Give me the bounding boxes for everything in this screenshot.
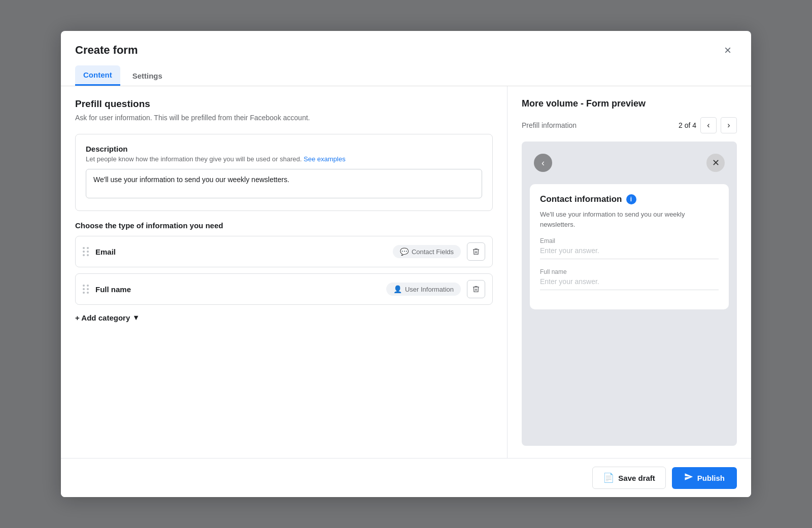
right-panel: More volume - Form preview Prefill infor…	[507, 86, 751, 458]
modal-header: Create form ×	[61, 31, 751, 59]
contact-fields-badge: 💬 Contact Fields	[393, 245, 461, 258]
publish-button[interactable]: Publish	[672, 467, 737, 489]
preview-back-button[interactable]: ‹	[534, 154, 552, 172]
desc-text: Let people know how the information they…	[86, 155, 302, 163]
description-card: Description Let people know how the info…	[75, 134, 493, 211]
section-subtitle: Ask for user information. This will be p…	[75, 114, 493, 122]
tab-content[interactable]: Content	[75, 65, 120, 86]
add-category-button[interactable]: + Add category ▾	[75, 311, 138, 324]
choose-label: Choose the type of information you need	[75, 221, 493, 230]
preview-frame: ‹ ✕ Contact information i We'll use your…	[522, 142, 737, 446]
drag-handle-fullname[interactable]	[83, 285, 89, 294]
preview-nav-row: Prefill information 2 of 4 ‹ ›	[522, 117, 737, 133]
save-draft-button[interactable]: 📄 Save draft	[592, 467, 666, 489]
preview-fullname-input[interactable]: Enter your answer.	[540, 277, 719, 290]
field-name-email: Email	[95, 248, 387, 256]
see-examples-link[interactable]: See examples	[303, 155, 345, 163]
modal-footer: 📄 Save draft Publish	[61, 458, 751, 497]
modal-title: Create form	[75, 44, 138, 57]
contact-fields-icon: 💬	[400, 248, 409, 256]
publish-icon	[684, 472, 693, 484]
step-count-text: 2 of 4	[679, 121, 696, 129]
description-label: Description	[86, 145, 482, 153]
field-name-fullname: Full name	[95, 285, 380, 294]
step-label: Prefill information	[522, 121, 577, 129]
contact-fields-label: Contact Fields	[412, 248, 454, 256]
modal-body: Prefill questions Ask for user informati…	[61, 86, 751, 458]
left-panel: Prefill questions Ask for user informati…	[61, 86, 507, 458]
save-draft-icon: 📄	[603, 472, 614, 483]
close-button[interactable]: ×	[719, 41, 737, 59]
tab-settings[interactable]: Settings	[124, 66, 171, 85]
prev-step-button[interactable]: ‹	[700, 117, 717, 133]
field-row-fullname: Full name 👤 User Information	[75, 273, 493, 305]
info-icon: i	[626, 194, 636, 204]
save-draft-label: Save draft	[618, 474, 655, 482]
modal-overlay: Create form × Content Settings Prefill q…	[0, 0, 812, 528]
add-category-arrow: ▾	[134, 313, 138, 322]
delete-fullname-button[interactable]	[467, 280, 485, 298]
description-textarea[interactable]	[86, 169, 482, 198]
user-information-badge: 👤 User Information	[386, 283, 461, 296]
delete-email-button[interactable]	[467, 242, 485, 261]
preview-contact-title: Contact information	[540, 194, 622, 204]
add-category-label: + Add category	[75, 313, 130, 322]
drag-handle-email[interactable]	[83, 247, 89, 256]
step-count-row: 2 of 4 ‹ ›	[679, 117, 737, 133]
create-form-modal: Create form × Content Settings Prefill q…	[61, 31, 751, 497]
field-row-email: Email 💬 Contact Fields	[75, 236, 493, 267]
publish-label: Publish	[697, 474, 725, 482]
preview-email-label: Email	[540, 237, 719, 244]
preview-email-input[interactable]: Enter your answer.	[540, 247, 719, 259]
user-information-label: User Information	[405, 286, 454, 293]
user-information-icon: 👤	[393, 285, 402, 293]
preview-title: More volume - Form preview	[522, 98, 737, 109]
preview-card: Contact information i We'll use your inf…	[530, 184, 729, 309]
section-title: Prefill questions	[75, 98, 493, 110]
next-step-button[interactable]: ›	[721, 117, 737, 133]
preview-fullname-label: Full name	[540, 268, 719, 275]
preview-close-button[interactable]: ✕	[706, 154, 725, 172]
preview-card-title: Contact information i	[540, 194, 719, 204]
preview-description: We'll use your information to send you o…	[540, 209, 719, 229]
tabs-row: Content Settings	[61, 65, 751, 86]
description-desc: Let people know how the information they…	[86, 155, 482, 163]
